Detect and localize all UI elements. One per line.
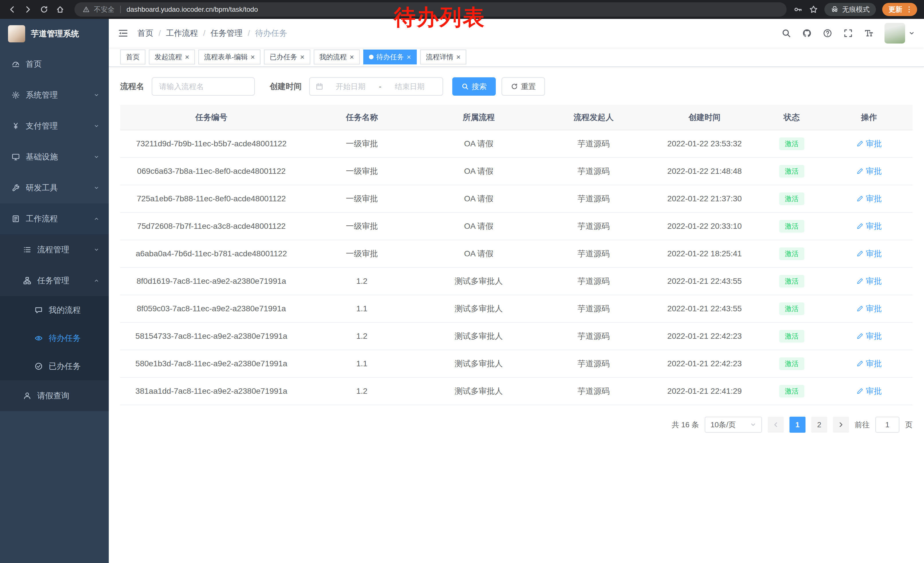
update-label: 更新: [888, 5, 902, 14]
approve-link[interactable]: 审批: [856, 193, 882, 204]
screen: 不安全 dashboard.yudao.iocoder.cn/bpm/task/…: [0, 0, 924, 563]
sidebar-item-label: 任务管理: [37, 275, 69, 286]
sidebar-item-todo-task[interactable]: 待办任务: [0, 324, 109, 352]
close-icon[interactable]: ×: [185, 53, 189, 61]
browser-back-button[interactable]: [4, 2, 20, 17]
tab-process-form-edit[interactable]: 流程表单-编辑×: [198, 50, 261, 65]
page-button-1[interactable]: 1: [789, 417, 806, 433]
status-badge: 激活: [779, 385, 804, 398]
tab-done-task[interactable]: 已办任务×: [264, 50, 310, 65]
sidebar-item-my-process[interactable]: 我的流程: [0, 296, 109, 324]
sidebar-item-infrastructure[interactable]: 基础设施: [0, 141, 109, 173]
sidebar-item-label: 工作流程: [26, 213, 58, 224]
reset-button[interactable]: 重置: [501, 77, 545, 96]
column-header: 操作: [825, 105, 912, 130]
logo-avatar: [8, 25, 25, 42]
cell-initiator: 芋道源码: [536, 377, 651, 405]
app-logo[interactable]: 芋道管理系统: [0, 19, 109, 49]
approve-link[interactable]: 审批: [856, 303, 882, 314]
close-icon[interactable]: ×: [250, 53, 255, 61]
table-row: a6aba0a4-7b6d-11ec-b781-acde48001122一级审批…: [120, 240, 912, 267]
breadcrumb-item[interactable]: 首页: [137, 28, 153, 39]
table-row: 73211d9d-7b9b-11ec-b5b7-acde48001122一级审批…: [120, 130, 912, 158]
key-icon[interactable]: [794, 5, 802, 14]
cell-task-name: 1.2: [303, 377, 422, 405]
approve-link[interactable]: 审批: [856, 248, 882, 259]
github-icon[interactable]: [802, 29, 812, 38]
sidebar-item-system-management[interactable]: 系统管理: [0, 80, 109, 111]
page-size-select[interactable]: 10条/页: [705, 417, 762, 433]
help-icon[interactable]: [823, 29, 832, 38]
process-name-input[interactable]: [152, 77, 255, 96]
status-badge: 激活: [779, 192, 804, 205]
sidebar-item-workflow[interactable]: 工作流程: [0, 203, 109, 234]
end-date-placeholder: 结束日期: [382, 82, 437, 92]
cell-process: OA 请假: [422, 185, 536, 213]
search-button[interactable]: 搜索: [452, 77, 496, 96]
user-avatar-menu[interactable]: [885, 23, 915, 44]
browser-refresh-button[interactable]: [37, 2, 51, 17]
close-icon[interactable]: ×: [407, 53, 411, 61]
fullscreen-icon[interactable]: [843, 29, 853, 38]
close-icon[interactable]: ×: [350, 53, 354, 61]
sidebar-collapse-button[interactable]: [118, 28, 128, 38]
column-header: 流程发起人: [536, 105, 651, 130]
page-button-2[interactable]: 2: [811, 417, 827, 433]
tab-start-process[interactable]: 发起流程×: [149, 50, 195, 65]
cell-initiator: 芋道源码: [536, 240, 651, 267]
cell-task-name: 一级审批: [303, 185, 422, 213]
search-icon[interactable]: [782, 29, 791, 38]
sidebar-item-leave-query[interactable]: 请假查询: [0, 380, 109, 411]
tab-home[interactable]: 首页: [120, 50, 146, 65]
cell-task-name: 一级审批: [303, 158, 422, 185]
cell-task-id: a6aba0a4-7b6d-11ec-b781-acde48001122: [120, 240, 303, 267]
sidebar: 芋道管理系统 首页系统管理支付管理基础设施研发工具工作流程流程管理任务管理我的流…: [0, 19, 109, 563]
browser-forward-button[interactable]: [21, 2, 36, 17]
sidebar-item-payment-management[interactable]: 支付管理: [0, 111, 109, 141]
approve-link[interactable]: 审批: [856, 331, 882, 342]
approve-link[interactable]: 审批: [856, 276, 882, 287]
prev-page-button[interactable]: [768, 417, 784, 433]
breadcrumb-separator: /: [248, 29, 250, 38]
sidebar-item-dev-tools[interactable]: 研发工具: [0, 173, 109, 203]
sidebar-item-done-task[interactable]: 已办任务: [0, 352, 109, 380]
calendar-icon: [315, 83, 324, 90]
goto-page-input[interactable]: [875, 417, 899, 433]
close-icon[interactable]: ×: [456, 53, 460, 61]
org-icon: [23, 276, 32, 285]
font-size-icon[interactable]: [864, 29, 874, 38]
sidebar-item-process-management[interactable]: 流程管理: [0, 234, 109, 265]
approve-link[interactable]: 审批: [856, 138, 882, 149]
close-icon[interactable]: ×: [300, 53, 304, 61]
tab-process-detail[interactable]: 流程详情×: [420, 50, 466, 65]
browser-update-button[interactable]: 更新: [882, 3, 917, 16]
breadcrumb-item[interactable]: 工作流程: [166, 28, 198, 39]
status-badge: 激活: [779, 275, 804, 288]
breadcrumb-item[interactable]: 任务管理: [211, 28, 243, 39]
status-badge: 激活: [779, 220, 804, 233]
chevron-down-icon: [93, 92, 100, 98]
chevron-up-icon: [93, 278, 100, 284]
approve-link[interactable]: 审批: [856, 221, 882, 232]
cell-task-id: 8f0d1619-7ac8-11ec-a9e2-a2380e71991a: [120, 267, 303, 295]
browser-home-button[interactable]: [52, 2, 68, 17]
approve-link[interactable]: 审批: [856, 166, 882, 177]
column-header: 创建时间: [651, 105, 758, 130]
tab-my-process[interactable]: 我的流程×: [314, 50, 360, 65]
next-page-button[interactable]: [833, 417, 849, 433]
approve-link[interactable]: 审批: [856, 386, 882, 396]
chevron-down-icon: [909, 30, 915, 36]
approve-link[interactable]: 审批: [856, 358, 882, 369]
tab-todo-task[interactable]: 待办任务×: [363, 50, 417, 65]
main-area: 首页/工作流程/任务管理/待办任务: [109, 19, 924, 563]
cell-initiator: 芋道源码: [536, 158, 651, 185]
date-range-picker[interactable]: 开始日期 - 结束日期: [309, 77, 443, 96]
address-bar[interactable]: 不安全 dashboard.yudao.iocoder.cn/bpm/task/…: [74, 2, 787, 17]
bookmark-star-icon[interactable]: [809, 5, 818, 14]
sidebar-item-home[interactable]: 首页: [0, 49, 109, 80]
refresh-icon: [40, 5, 48, 14]
cell-task-name: 一级审批: [303, 130, 422, 158]
sidebar-item-task-management[interactable]: 任务管理: [0, 265, 109, 296]
cell-initiator: 芋道源码: [536, 267, 651, 295]
sidebar-item-label: 系统管理: [26, 90, 58, 101]
